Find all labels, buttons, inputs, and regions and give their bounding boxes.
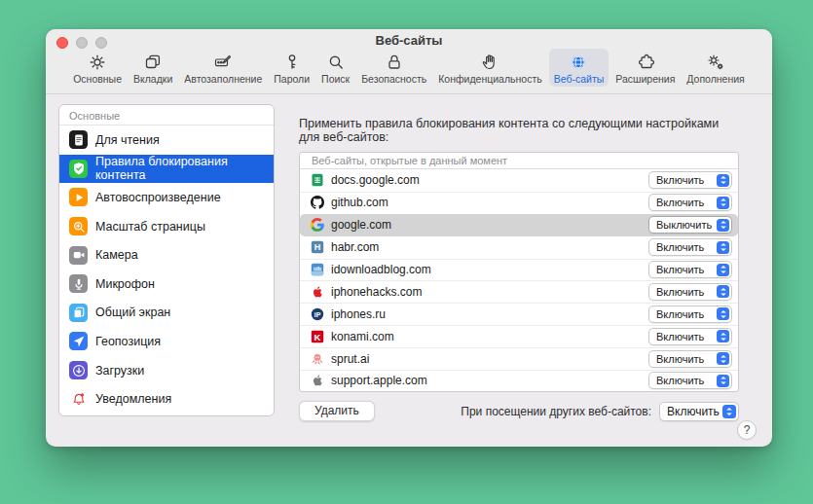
content-blockers-pane: Применить правила блокирования контента … — [299, 104, 739, 421]
other-sites-select[interactable]: Включить — [659, 402, 739, 421]
microphone-icon — [69, 274, 88, 293]
tab-security[interactable]: Безопасность — [356, 49, 431, 87]
websites-list-header: Веб-сайты, открытые в данный момент — [300, 153, 738, 169]
google-favicon — [311, 218, 324, 232]
tab-label: Дополнения — [686, 73, 744, 85]
autoplay-icon — [69, 188, 88, 206]
websites-sidebar: Основные Для чтенияПравила блокирования … — [58, 104, 275, 416]
iphonehacks-favicon — [311, 285, 324, 299]
gears-icon — [706, 52, 726, 72]
table-row[interactable]: github.comВключить — [300, 192, 738, 214]
table-row[interactable]: idbidownloadblog.comВключить — [300, 259, 738, 281]
sidebar-item-page-zoom[interactable]: Масштаб страницы — [59, 212, 274, 241]
sidebar-item-label: Общий экран — [95, 306, 170, 319]
tab-extensions[interactable]: Расширения — [610, 49, 680, 87]
lock-icon — [384, 52, 404, 72]
help-button[interactable]: ? — [737, 420, 757, 440]
chevron-up-down-icon — [717, 197, 729, 209]
blocker-action-select[interactable]: Включить — [648, 283, 732, 301]
tab-addons[interactable]: Дополнения — [682, 49, 749, 87]
site-name: iphonehacks.com — [331, 285, 642, 299]
page-zoom-icon — [69, 217, 88, 235]
sidebar-section-header: Основные — [59, 105, 274, 126]
sidebar-item-label: Для чтения — [95, 133, 160, 147]
idownloadblog-favicon: idb — [311, 263, 324, 276]
puzzle-icon — [635, 52, 655, 72]
location-icon — [69, 332, 88, 350]
shield-check-icon — [69, 160, 88, 178]
table-row[interactable]: support.apple.comВключить — [300, 370, 738, 392]
tabs-icon — [143, 52, 164, 72]
tab-general[interactable]: Основные — [68, 49, 127, 87]
tab-search[interactable]: Поиск — [316, 49, 354, 87]
google-sheets-favicon — [311, 173, 324, 187]
sidebar-item-label: Уведомления — [95, 392, 171, 406]
camera-icon — [69, 246, 88, 265]
site-name: habr.com — [331, 240, 642, 254]
sidebar-item-camera[interactable]: Камера — [59, 240, 274, 270]
window-title: Веб-сайты — [46, 33, 772, 48]
tab-label: Автозаполнение — [184, 73, 262, 85]
chevron-up-down-icon — [717, 219, 729, 232]
svg-text:H: H — [314, 243, 321, 253]
tab-label: Конфиденциальность — [438, 73, 542, 85]
blocker-action-select[interactable]: Включить — [648, 238, 732, 256]
sidebar-item-label: Геопозиция — [95, 335, 161, 348]
tab-autofill[interactable]: Автозаполнение — [179, 49, 267, 87]
table-row[interactable]: docs.google.comВключить — [300, 169, 738, 192]
sidebar-item-label: Автовоспроизведение — [95, 191, 221, 204]
notifications-bell-icon — [69, 390, 88, 409]
sidebar-item-autoplay[interactable]: Автовоспроизведение — [59, 183, 274, 212]
sidebar-item-label: Масштаб страницы — [95, 220, 205, 234]
table-row[interactable]: sprut.aiВключить — [300, 347, 738, 370]
chevron-up-down-icon — [717, 174, 729, 187]
sidebar-item-location[interactable]: Геопозиция — [59, 327, 274, 356]
titlebar: Веб-сайты — [46, 29, 772, 51]
tab-label: Безопасность — [361, 73, 426, 85]
tab-label: Поиск — [321, 73, 350, 85]
svg-text:idb: idb — [314, 266, 322, 271]
blocker-action-value: Включить — [656, 375, 704, 386]
tab-label: Вкладки — [133, 73, 172, 85]
sidebar-item-label: Загрузки — [95, 364, 144, 378]
tab-privacy[interactable]: Конфиденциальность — [433, 49, 547, 87]
tab-passwords[interactable]: Пароли — [269, 49, 314, 87]
table-row[interactable]: Kkonami.comВключить — [300, 325, 738, 347]
chevron-up-down-icon — [717, 307, 729, 320]
table-row[interactable]: Hhabr.comВключить — [300, 236, 738, 259]
sidebar-item-microphone[interactable]: Микрофон — [59, 270, 274, 299]
site-name: docs.google.com — [331, 173, 642, 187]
chevron-up-down-icon — [722, 405, 736, 418]
globe-icon — [569, 52, 589, 72]
blocker-action-select[interactable]: Включить — [648, 372, 732, 389]
table-row[interactable]: iPiphones.ruВключить — [300, 303, 738, 325]
svg-text:K: K — [314, 331, 321, 342]
tab-tabs[interactable]: Вкладки — [129, 49, 177, 87]
tab-websites[interactable]: Веб-сайты — [549, 49, 610, 87]
blocker-action-select[interactable]: Включить — [648, 194, 732, 211]
tab-label: Веб-сайты — [554, 73, 605, 85]
delete-button[interactable]: Удалить — [299, 401, 375, 421]
blocker-action-value: Включить — [656, 353, 704, 365]
reader-icon — [69, 130, 88, 149]
blocker-action-select[interactable]: Включить — [648, 306, 732, 323]
sidebar-item-notifications[interactable]: Уведомления — [59, 384, 274, 414]
sidebar-item-screen-sharing[interactable]: Общий экран — [59, 299, 274, 328]
blocker-action-select[interactable]: Включить — [648, 171, 732, 189]
blocker-action-select[interactable]: Включить — [648, 350, 732, 368]
blocker-action-value: Включить — [656, 331, 704, 342]
blocker-action-value: Включить — [656, 241, 704, 253]
sidebar-item-downloads[interactable]: Загрузки — [59, 356, 274, 385]
blocker-action-select[interactable]: Выключить — [648, 216, 732, 234]
blocker-action-value: Включить — [656, 197, 704, 208]
table-row[interactable]: google.comВыключить — [300, 214, 738, 236]
sidebar-item-reading-list[interactable]: Для чтения — [59, 126, 274, 155]
blocker-action-select[interactable]: Включить — [648, 261, 732, 278]
autofill-icon — [213, 52, 234, 72]
blocker-action-select[interactable]: Включить — [648, 328, 732, 345]
blocker-action-value: Включить — [656, 286, 704, 298]
table-row[interactable]: iphonehacks.comВключить — [300, 280, 738, 303]
sidebar-item-content-blockers[interactable]: Правила блокирования контента — [59, 155, 274, 184]
sidebar-item-label: Правила блокирования контента — [95, 155, 264, 182]
websites-list: Веб-сайты, открытые в данный момент docs… — [299, 152, 739, 392]
